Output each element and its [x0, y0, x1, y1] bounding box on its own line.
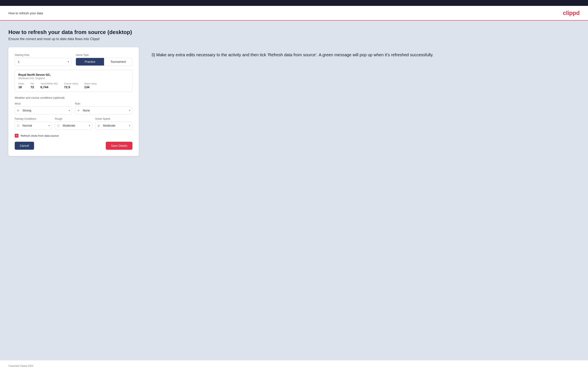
game-type-label: Game Type [76, 54, 132, 57]
refresh-checkbox[interactable] [15, 134, 18, 138]
practice-button[interactable]: Practice [76, 58, 104, 66]
holes-label: Holes [18, 82, 24, 85]
refresh-label: Refresh shots from data source [21, 134, 59, 137]
holes-stat: Holes 18 [18, 82, 24, 89]
yards-value: 6,744 [40, 85, 58, 89]
rain-group: Rain ☀ None ▾ [75, 102, 132, 114]
wind-select[interactable]: Strong [15, 107, 72, 114]
rain-label: Rain [75, 102, 132, 105]
course-rating-stat: Course rating 72.5 [64, 82, 78, 89]
fairway-label: Fairway Conditions [15, 117, 52, 120]
rough-group: Rough ⬡ Moderate ▾ [55, 117, 92, 130]
header-title: How to refresh your data [9, 11, 43, 15]
starting-hole-group: Starting Hole 1 [15, 54, 71, 66]
header: How to refresh your data clippd [0, 6, 588, 21]
main-content: How to refresh your data from source (de… [0, 21, 588, 360]
course-stats: Holes 18 Par 72 Yards/White (M)) 6,744 C… [18, 82, 129, 89]
game-type-group: Game Type Practice Tournament [76, 54, 132, 66]
slope-rating-label: Slope rating [84, 82, 97, 85]
course-info: Royal North Devon GC, Westward Ho!, Engl… [15, 70, 132, 92]
form-card: Starting Hole 1 Game Type Practice Tourn… [9, 47, 139, 156]
description-panel: 3) Make any extra edits necessary to the… [151, 47, 579, 58]
top-bar [0, 0, 588, 6]
course-rating-label: Course rating [64, 82, 78, 85]
starting-hole-label: Starting Hole [15, 54, 71, 57]
logo: clippd [563, 10, 579, 16]
description-text: 3) Make any extra edits necessary to the… [151, 51, 579, 58]
wind-group: Wind ≋ Strong ▾ [15, 102, 72, 114]
green-speed-select[interactable]: Moderate [95, 122, 132, 130]
form-row-top: Starting Hole 1 Game Type Practice Tourn… [15, 54, 132, 66]
save-button[interactable]: Save Details [106, 142, 132, 150]
slope-rating-stat: Slope rating 134 [84, 82, 97, 89]
wind-label: Wind [15, 102, 72, 105]
content-area: Starting Hole 1 Game Type Practice Tourn… [9, 47, 579, 156]
rough-label: Rough [55, 117, 92, 120]
fairway-select-wrapper[interactable]: ⬡ Normal ▾ [15, 122, 52, 130]
rough-select[interactable]: Moderate [55, 122, 92, 130]
yards-stat: Yards/White (M)) 6,744 [40, 82, 58, 89]
starting-hole-select-wrapper[interactable]: 1 [15, 58, 71, 66]
course-location: Westward Ho!, England [18, 77, 129, 80]
footer-text: Copyright Clippd 2022 [9, 365, 34, 367]
page-subtitle: Ensure the correct and most up to date d… [9, 37, 579, 41]
rough-select-wrapper[interactable]: ⬡ Moderate ▾ [55, 122, 92, 130]
green-speed-select-wrapper[interactable]: ◎ Moderate ▾ [95, 122, 132, 130]
page-title: How to refresh your data from source (de… [9, 29, 579, 35]
course-rating-value: 72.5 [64, 85, 78, 89]
wind-select-wrapper[interactable]: ≋ Strong ▾ [15, 107, 72, 114]
game-type-buttons: Practice Tournament [76, 58, 132, 66]
fairway-select[interactable]: Normal [15, 122, 52, 130]
starting-hole-select[interactable]: 1 [15, 58, 71, 66]
button-row: Cancel Save Details [15, 142, 132, 150]
par-label: Par [30, 82, 34, 85]
footer: Copyright Clippd 2022 [0, 360, 588, 367]
conditions-row: Fairway Conditions ⬡ Normal ▾ Rough ⬡ [15, 117, 132, 130]
wind-rain-row: Wind ≋ Strong ▾ Rain ☀ None [15, 102, 132, 114]
green-speed-group: Green Speed ◎ Moderate ▾ [95, 117, 132, 130]
cancel-button[interactable]: Cancel [15, 142, 34, 150]
rain-select[interactable]: None [75, 107, 132, 114]
course-name: Royal North Devon GC, [18, 73, 129, 76]
green-speed-label: Green Speed [95, 117, 132, 120]
fairway-group: Fairway Conditions ⬡ Normal ▾ [15, 117, 52, 130]
yards-label: Yards/White (M)) [40, 82, 58, 85]
rain-select-wrapper[interactable]: ☀ None ▾ [75, 107, 132, 114]
par-value: 72 [30, 85, 34, 89]
checkbox-row: Refresh shots from data source [15, 134, 132, 138]
par-stat: Par 72 [30, 82, 34, 89]
weather-section-label: Weather and course conditions (optional) [15, 96, 132, 99]
tournament-button[interactable]: Tournament [104, 58, 132, 66]
holes-value: 18 [18, 85, 24, 89]
slope-rating-value: 134 [84, 85, 97, 89]
